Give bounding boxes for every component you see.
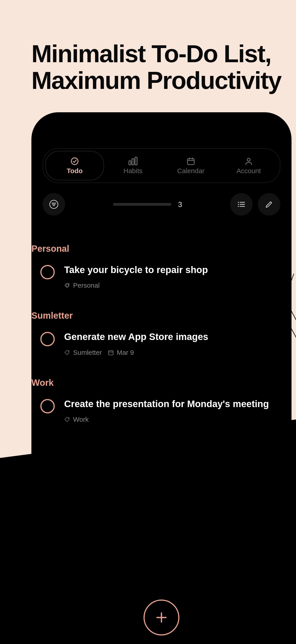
- plus-icon: [155, 611, 168, 624]
- task-date: Mar 9: [108, 349, 134, 356]
- list-view-button[interactable]: [230, 193, 253, 216]
- svg-rect-21: [109, 350, 113, 355]
- marketing-headline: Minimalist To-Do List, Maximum Productiv…: [31, 40, 281, 94]
- svg-point-19: [68, 284, 69, 285]
- tab-todo[interactable]: Todo: [45, 151, 104, 180]
- svg-point-23: [68, 418, 69, 419]
- svg-point-15: [238, 206, 239, 207]
- task-date-label: Mar 9: [117, 349, 134, 356]
- progress-indicator: 3: [113, 200, 182, 209]
- task-item[interactable]: Take your bicycle to repair shop Persona…: [40, 263, 276, 289]
- bar-chart-icon: [128, 157, 138, 166]
- tag-icon: [64, 282, 70, 288]
- progress-count: 3: [178, 200, 182, 209]
- task-title: Take your bicycle to repair shop: [64, 264, 276, 275]
- task-tag-label: Sumletter: [73, 349, 102, 356]
- filter-icon: [49, 200, 59, 209]
- calendar-icon: [186, 157, 195, 166]
- todo-toolbar: 3: [43, 192, 280, 217]
- task-checkbox[interactable]: [40, 265, 55, 279]
- task-tag: Work: [64, 416, 89, 423]
- headline-line-2: Maximum Productivity: [31, 67, 281, 94]
- section-work: Work Create the presentation for Monday'…: [43, 378, 276, 423]
- check-circle-icon: [70, 157, 79, 166]
- svg-point-20: [68, 351, 69, 352]
- task-item[interactable]: Generate new App Store images Sumletter: [40, 330, 276, 356]
- top-nav: Todo Habits Calendar Accou: [43, 148, 280, 183]
- list-icon: [236, 200, 246, 209]
- section-title: Personal: [31, 244, 276, 254]
- svg-rect-2: [132, 159, 134, 165]
- todo-sections: Personal Take your bicycle to repair sho…: [43, 244, 280, 423]
- section-title: Work: [31, 378, 276, 388]
- svg-rect-4: [187, 158, 194, 164]
- section-title: Sumletter: [31, 310, 276, 321]
- edit-button[interactable]: [258, 193, 280, 216]
- task-tag-label: Work: [73, 416, 89, 423]
- svg-point-0: [71, 158, 78, 164]
- section-sumletter: Sumletter Generate new App Store images …: [43, 310, 276, 356]
- task-title: Generate new App Store images: [64, 332, 276, 342]
- section-personal: Personal Take your bicycle to repair sho…: [43, 244, 276, 289]
- tab-label: Account: [237, 167, 261, 175]
- task-tag: Personal: [64, 282, 100, 289]
- task-title: Create the presentation for Monday's mee…: [64, 398, 276, 409]
- progress-track: [113, 203, 171, 206]
- task-checkbox[interactable]: [40, 399, 55, 414]
- tab-label: Habits: [123, 167, 143, 175]
- task-item[interactable]: Create the presentation for Monday's mee…: [40, 397, 276, 423]
- svg-rect-1: [129, 161, 131, 165]
- tab-label: Calendar: [177, 167, 204, 175]
- phone-frame: Todo Habits Calendar Accou: [31, 112, 292, 644]
- task-tag-label: Personal: [73, 282, 100, 289]
- svg-point-14: [238, 204, 239, 205]
- task-checkbox[interactable]: [40, 332, 55, 346]
- add-task-button[interactable]: [144, 600, 179, 636]
- person-icon: [244, 157, 253, 166]
- svg-point-8: [247, 158, 250, 161]
- tab-habits[interactable]: Habits: [104, 151, 162, 180]
- tab-label: Todo: [67, 167, 83, 175]
- tag-icon: [64, 350, 70, 356]
- filter-button[interactable]: [43, 193, 65, 216]
- calendar-small-icon: [108, 350, 114, 356]
- svg-point-13: [238, 202, 239, 203]
- tab-account[interactable]: Account: [220, 151, 278, 180]
- pencil-icon: [265, 200, 274, 209]
- svg-rect-3: [135, 157, 137, 165]
- tag-icon: [64, 416, 70, 422]
- task-tag: Sumletter: [64, 349, 102, 356]
- headline-line-1: Minimalist To-Do List,: [31, 40, 281, 67]
- tab-calendar[interactable]: Calendar: [162, 151, 220, 180]
